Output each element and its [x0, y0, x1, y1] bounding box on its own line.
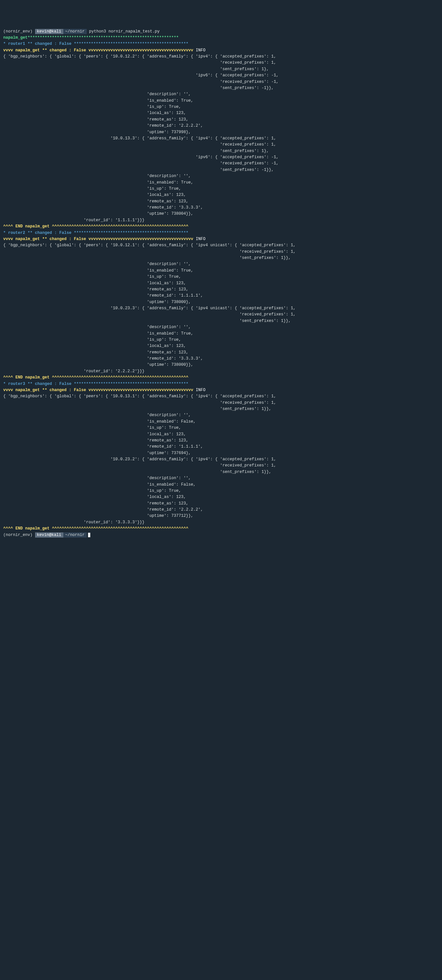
- router2-header: * router2 ** changed : False ***********…: [3, 231, 188, 235]
- output-line: 'is_up': True,: [3, 105, 181, 109]
- output-line: { 'bgp_neighbors': { 'global': { 'peers'…: [3, 54, 276, 59]
- output-line: 'local_as': 123,: [3, 111, 186, 115]
- output-line: 'router_id': '1.1.1.1'}}}: [3, 218, 145, 223]
- output-line: 'received_prefixes': 1,: [3, 312, 296, 317]
- output-line: 'sent_prefixes': 1}},: [3, 470, 271, 474]
- output-line: 'received_prefixes': 1,: [3, 401, 276, 405]
- output-line: 'received_prefixes': 1,: [3, 60, 276, 65]
- output-line: 'received_prefixes': -1,: [3, 80, 279, 84]
- output-line: 'is_up': True,: [3, 337, 181, 342]
- output-line: 'sent_prefixes': 1}},: [3, 407, 271, 411]
- output-line: 'is_enabled': True,: [3, 268, 193, 273]
- output-line: 'remote_id': '1.1.1.1',: [3, 293, 203, 298]
- output-line: 'remote_id': '1.1.1.1',: [3, 444, 203, 449]
- output-line: 'description': '',: [3, 262, 191, 266]
- output-line: 'uptime': 737712}},: [3, 514, 193, 518]
- output-line: 'remote_as': 123,: [3, 350, 188, 355]
- output-line: 'ipv6': { 'accepted_prefixes': -1,: [3, 73, 279, 78]
- task-header: napalm_get******************************…: [3, 35, 179, 40]
- venv-label: (nornir_env): [3, 533, 32, 537]
- output-line: 'local_as': 123,: [3, 192, 186, 197]
- output-line: 'description': '',: [3, 92, 191, 97]
- output-line: 'local_as': 123,: [3, 344, 186, 348]
- vvvv-line: vvvv napalm_get ** changed : False vvvvv…: [3, 388, 205, 392]
- prompt-line-2[interactable]: (nornir_env) kevin@kali~/nornir: [3, 533, 90, 537]
- output-line: 'is_enabled': True,: [3, 331, 193, 336]
- output-line: 'received_prefixes': 1,: [3, 142, 276, 147]
- output-line: 'uptime': 738004}},: [3, 212, 193, 216]
- output-line: 'sent_prefixes': 1},: [3, 149, 269, 153]
- output-line: 'sent_prefixes': -1}},: [3, 168, 274, 172]
- user-host: kevin@kali: [35, 532, 63, 538]
- output-line: 'is_up': True,: [3, 488, 181, 493]
- output-line: 'remote_as': 123,: [3, 438, 188, 443]
- router1-header: * router1 ** changed : False ***********…: [3, 41, 188, 46]
- output-line: 'sent_prefixes': 1}},: [3, 319, 291, 323]
- output-line: 'router_id': '3.3.3.3'}}}: [3, 520, 145, 525]
- end-line: ^^^^ END napalm_get ^^^^^^^^^^^^^^^^^^^^…: [3, 375, 188, 380]
- output-line: 'remote_as': 123,: [3, 199, 188, 204]
- cwd: ~/nornir: [63, 29, 87, 34]
- cursor-icon: [88, 533, 90, 537]
- output-line: 'received_prefixes': 1,: [3, 463, 276, 468]
- output-line: 'received_prefixes': 1,: [3, 250, 296, 254]
- output-line: 'sent_prefixes': 1}},: [3, 256, 291, 260]
- output-line: 'remote_as': 123,: [3, 287, 188, 292]
- output-line: 'is_up': True,: [3, 186, 181, 191]
- vvvv-line: vvvv napalm_get ** changed : False vvvvv…: [3, 48, 205, 52]
- output-line: 'uptime': 738000},: [3, 300, 191, 304]
- output-line: 'router_id': '2.2.2.2'}}}: [3, 369, 145, 374]
- user-host: kevin@kali: [35, 29, 63, 34]
- output-line: 'local_as': 123,: [3, 495, 186, 499]
- command-text: python3 nornir_napalm_test.py: [89, 29, 160, 34]
- output-line: 'is_enabled': False,: [3, 482, 196, 487]
- cwd: ~/nornir: [63, 532, 87, 538]
- output-line: 'remote_id': '3.3.3.3',: [3, 356, 203, 361]
- end-line: ^^^^ END napalm_get ^^^^^^^^^^^^^^^^^^^^…: [3, 224, 188, 229]
- vvvv-line: vvvv napalm_get ** changed : False vvvvv…: [3, 237, 205, 241]
- output-line: 'remote_as': 123,: [3, 117, 188, 122]
- output-line: '10.0.13.3': { 'address_family': { 'ipv4…: [3, 136, 276, 141]
- output-line: 'is_up': True,: [3, 274, 181, 279]
- terminal-output[interactable]: (nornir_env) kevin@kali~/nornir python3 …: [3, 29, 439, 538]
- output-line: 'description': '',: [3, 174, 191, 178]
- output-line: '10.0.23.2': { 'address_family': { 'ipv4…: [3, 457, 276, 461]
- output-line: { 'bgp_neighbors': { 'global': { 'peers'…: [3, 243, 296, 248]
- output-line: 'description': '',: [3, 413, 191, 417]
- output-line: 'local_as': 123,: [3, 281, 186, 286]
- output-line: 'uptime': 737998},: [3, 130, 191, 134]
- end-line: ^^^^ END napalm_get ^^^^^^^^^^^^^^^^^^^^…: [3, 526, 188, 531]
- output-line: 'uptime': 738000}},: [3, 363, 193, 367]
- output-line: 'description': '',: [3, 476, 191, 480]
- output-line: 'remote_as': 123,: [3, 501, 188, 506]
- output-line: 'sent_prefixes': -1}},: [3, 86, 274, 90]
- prompt-line-1: (nornir_env) kevin@kali~/nornir python3 …: [3, 29, 160, 34]
- output-line: 'local_as': 123,: [3, 432, 186, 437]
- output-line: 'uptime': 737694},: [3, 451, 191, 455]
- output-line: 'remote_id': '2.2.2.2',: [3, 123, 203, 128]
- output-line: 'ipv6': { 'accepted_prefixes': -1,: [3, 155, 279, 159]
- output-line: 'is_enabled': True,: [3, 180, 193, 185]
- venv-label: (nornir_env): [3, 29, 32, 34]
- output-line: 'is_enabled': True,: [3, 99, 193, 103]
- output-line: 'sent_prefixes': 1},: [3, 67, 269, 72]
- output-line: 'description': '',: [3, 325, 191, 329]
- output-line: 'is_up': True,: [3, 426, 181, 430]
- output-line: 'remote_id': '3.3.3.3',: [3, 205, 203, 210]
- output-line: { 'bgp_neighbors': { 'global': { 'peers'…: [3, 394, 276, 399]
- router3-header: * router3 ** changed : False ***********…: [3, 382, 188, 386]
- output-line: 'remote_id': '2.2.2.2',: [3, 508, 203, 512]
- output-line: '10.0.23.3': { 'address_family': { 'ipv4…: [3, 306, 296, 310]
- output-line: 'is_enabled': False,: [3, 419, 196, 424]
- output-line: 'received_prefixes': -1,: [3, 161, 279, 165]
